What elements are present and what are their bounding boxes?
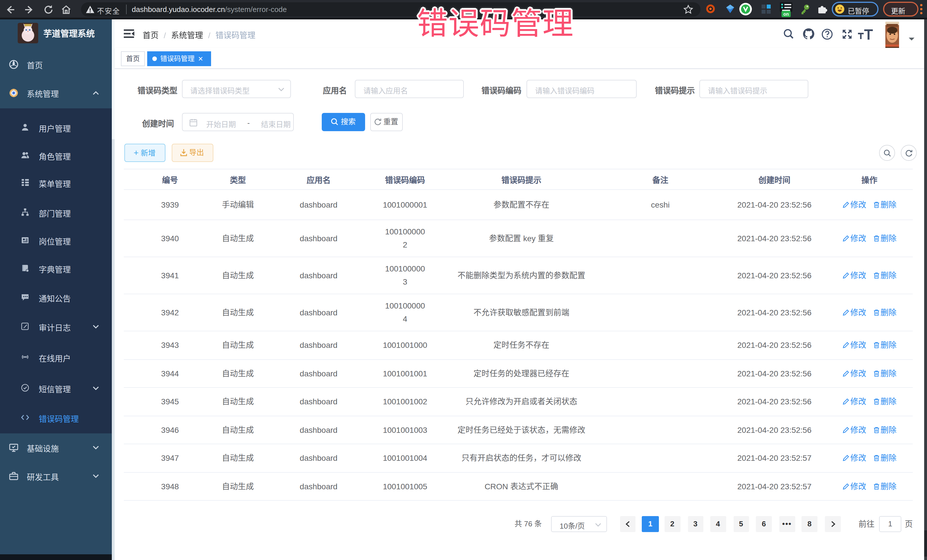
svg-text:on: on [783, 12, 789, 17]
